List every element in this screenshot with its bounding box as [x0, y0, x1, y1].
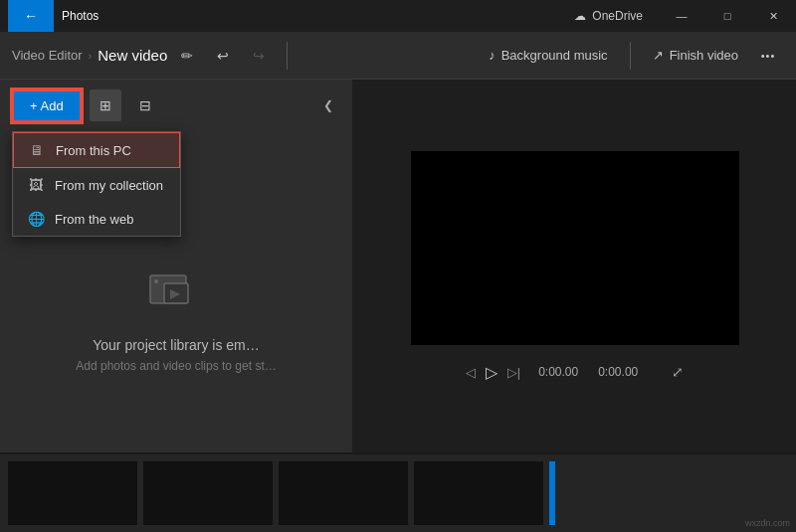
grid-view-button[interactable]: ⊞	[90, 89, 121, 121]
timeline-thumbnail-3	[279, 461, 408, 525]
title-bar-right: ☁ OneDrive — □ ✕	[574, 0, 796, 32]
from-web-menu-item[interactable]: 🌐 From the web	[13, 202, 180, 236]
rewind-button[interactable]: ◁	[466, 365, 476, 380]
background-music-label: Background music	[501, 48, 608, 63]
maximize-button[interactable]: □	[704, 0, 750, 32]
video-preview	[411, 151, 739, 345]
empty-state-subtitle: Add photos and video clips to get st…	[76, 359, 276, 373]
cloud-icon: ☁	[574, 9, 586, 23]
main-content: + Add ⊞ ⊟ ❮ 🖥 From this PC 🖼 From my col…	[0, 80, 796, 452]
play-button[interactable]: ▷	[486, 363, 498, 382]
title-bar: ← Photos ☁ OneDrive — □ ✕	[0, 0, 796, 32]
finish-video-label: Finish video	[670, 48, 738, 63]
right-panel: ◁ ▷ ▷| 0:00.00 0:00.00 ⤢	[353, 80, 796, 452]
forward-button[interactable]: ▷|	[507, 365, 520, 380]
minimize-button[interactable]: —	[659, 0, 704, 32]
pc-icon: 🖥	[28, 142, 46, 158]
playback-controls: ◁ ▷ ▷| 0:00.00 0:00.00 ⤢	[411, 363, 739, 382]
from-collection-menu-item[interactable]: 🖼 From my collection	[13, 168, 180, 202]
command-bar-right: ♪ Background music ↗ Finish video •••	[479, 40, 784, 72]
finish-video-button[interactable]: ↗ Finish video	[643, 42, 748, 69]
web-icon: 🌐	[27, 211, 45, 227]
title-bar-left: ← Photos	[0, 0, 99, 32]
add-dropdown-menu: 🖥 From this PC 🖼 From my collection 🌐 Fr…	[12, 131, 181, 237]
timeline-strip	[0, 452, 796, 532]
empty-state-title: Your project library is em…	[93, 337, 260, 353]
add-button[interactable]: + Add	[12, 89, 82, 122]
close-button[interactable]: ✕	[750, 0, 796, 32]
timeline-thumbnail-2	[143, 461, 273, 525]
breadcrumb-parent[interactable]: Video Editor	[12, 48, 83, 63]
from-web-label: From the web	[55, 212, 133, 227]
left-panel: + Add ⊞ ⊟ ❮ 🖥 From this PC 🖼 From my col…	[0, 80, 353, 452]
window-controls: — □ ✕	[659, 0, 796, 32]
back-button[interactable]: ←	[8, 0, 54, 32]
timeline-end-bar	[549, 461, 555, 525]
breadcrumb-current: New video	[98, 47, 167, 64]
music-icon: ♪	[489, 48, 496, 63]
list-view-button[interactable]: ⊟	[129, 89, 161, 121]
undo-button[interactable]: ↩	[207, 40, 239, 72]
separator	[287, 42, 288, 70]
list-view-icon: ⊟	[139, 97, 151, 113]
share-icon: ↗	[653, 48, 664, 63]
more-options-button[interactable]: •••	[752, 40, 784, 72]
timeline-thumbnail-4	[414, 461, 543, 525]
from-collection-label: From my collection	[55, 178, 163, 193]
time-current: 0:00.00	[538, 365, 578, 379]
from-pc-menu-item[interactable]: 🖥 From this PC	[13, 132, 180, 168]
watermark: wxzdn.com	[745, 518, 790, 528]
collapse-button[interactable]: ❮	[316, 93, 340, 117]
panel-toolbar: + Add ⊞ ⊟ ❮	[0, 80, 352, 131]
breadcrumb: Video Editor › New video	[12, 47, 167, 64]
empty-state: Your project library is em… Add photos a…	[0, 246, 352, 393]
empty-state-icon	[146, 266, 206, 325]
background-music-button[interactable]: ♪ Background music	[479, 42, 617, 69]
collection-icon: 🖼	[27, 177, 45, 193]
redo-button[interactable]: ↪	[243, 40, 275, 72]
edit-button[interactable]: ✏	[171, 40, 203, 72]
svg-point-2	[154, 279, 158, 283]
separator2	[630, 42, 631, 70]
command-bar: Video Editor › New video ✏ ↩ ↪ ♪ Backgro…	[0, 32, 796, 80]
from-pc-label: From this PC	[56, 143, 131, 158]
time-total: 0:00.00	[598, 365, 638, 379]
onedrive-section: ☁ OneDrive	[574, 9, 659, 23]
breadcrumb-separator: ›	[89, 50, 93, 62]
fullscreen-button[interactable]: ⤢	[672, 364, 684, 380]
app-title: Photos	[62, 9, 99, 23]
grid-view-icon: ⊞	[100, 97, 111, 113]
timeline-thumbnail-1	[8, 461, 137, 525]
onedrive-label: OneDrive	[592, 9, 643, 23]
chevron-left-icon: ❮	[323, 98, 333, 112]
back-arrow-icon: ←	[24, 8, 38, 24]
